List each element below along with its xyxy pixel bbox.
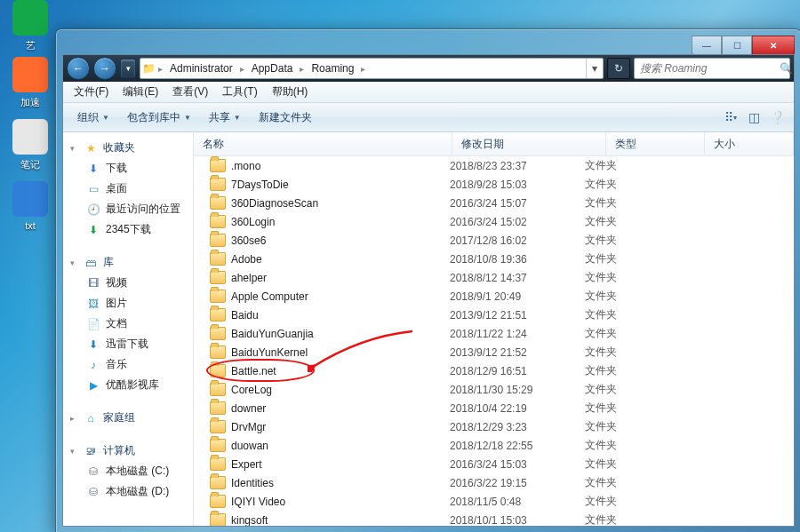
folder-icon (210, 327, 226, 340)
close-button[interactable]: ✕ (752, 36, 795, 55)
sidebar-item[interactable]: ⬇下载 (63, 158, 193, 179)
column-headers: 名称 修改日期 类型 大小 (194, 132, 794, 156)
table-row[interactable]: BaiduYunGuanjia2018/11/22 1:24文件夹 (194, 324, 794, 343)
column-name[interactable]: 名称 (194, 132, 452, 155)
sidebar-item-label: 2345下载 (106, 222, 151, 237)
breadcrumb-item[interactable]: Roaming (306, 59, 359, 78)
menu-view[interactable]: 查看(V) (167, 83, 213, 101)
folder-icon (210, 308, 226, 322)
chevron-right-icon: ▸ (238, 64, 246, 74)
sidebar-item[interactable]: ♪音乐 (63, 354, 193, 375)
file-name: DrvMgr (231, 421, 266, 433)
folder-icon (210, 196, 226, 210)
table-row[interactable]: Expert2016/3/24 15:03文件夹 (194, 455, 794, 473)
history-dropdown[interactable]: ▾ (120, 59, 136, 78)
search-box[interactable]: 🔍 (634, 58, 790, 79)
forward-button[interactable]: → (93, 57, 116, 80)
table-row[interactable]: Baidu2013/9/12 21:51文件夹 (194, 306, 794, 324)
preview-pane-button[interactable]: ◫ (744, 107, 764, 127)
menu-help[interactable]: 帮助(H) (267, 83, 314, 101)
menu-tools[interactable]: 工具(T) (217, 83, 262, 101)
desktop-icon[interactable]: 加速 (4, 57, 57, 109)
pic-icon: 🖼 (86, 297, 100, 311)
sidebar-homegroup[interactable]: ▸⌂家庭组 (63, 408, 193, 428)
sidebar-item[interactable]: ⬇2345下载 (63, 219, 193, 240)
share-button[interactable]: 共享▼ (202, 107, 248, 129)
table-row[interactable]: downer2018/10/4 22:19文件夹 (194, 399, 794, 417)
table-row[interactable]: Identities2016/3/22 19:15文件夹 (194, 473, 794, 492)
file-date: 2018/9/28 15:03 (450, 179, 585, 191)
table-row[interactable]: 360se62017/12/8 16:02文件夹 (194, 231, 794, 250)
search-input[interactable] (635, 62, 780, 75)
address-dropdown[interactable]: ▾ (586, 59, 603, 78)
organize-button[interactable]: 组织▼ (70, 107, 116, 129)
file-type: 文件夹 (585, 251, 665, 266)
file-date: 2018/12/18 22:55 (450, 440, 585, 452)
sidebar-item-label: 视频 (106, 275, 127, 290)
sidebar-item[interactable]: ⛁本地磁盘 (D:) (63, 481, 193, 502)
table-row[interactable]: IQIYI Video2018/11/5 0:48文件夹 (194, 492, 794, 511)
sidebar-item[interactable]: ⛁本地磁盘 (C:) (63, 461, 193, 481)
breadcrumb-item[interactable]: Administrator (164, 59, 238, 78)
file-type: 文件夹 (585, 177, 665, 192)
sidebar-item[interactable]: ▭桌面 (63, 179, 193, 199)
desktop-icon[interactable]: 笔记 (4, 119, 57, 171)
table-row[interactable]: ahelper2018/8/12 14:37文件夹 (194, 268, 794, 287)
table-row[interactable]: CoreLog2018/11/30 15:29文件夹 (194, 380, 794, 399)
sidebar-computer[interactable]: ▾🖳计算机 (63, 441, 193, 461)
table-row[interactable]: DrvMgr2018/12/29 3:23文件夹 (194, 417, 794, 436)
sidebar-item[interactable]: 📄文档 (63, 314, 193, 334)
disk-icon: ⛁ (86, 485, 100, 499)
file-type: 文件夹 (585, 457, 665, 472)
back-button[interactable]: ← (67, 57, 90, 80)
column-type[interactable]: 类型 (606, 132, 705, 155)
file-date: 2018/12/29 3:23 (450, 421, 585, 433)
file-name: duowan (231, 440, 268, 452)
sidebar-item[interactable]: 🎞视频 (63, 273, 193, 293)
file-list: .mono2018/8/23 23:37文件夹7DaysToDie2018/9/… (194, 156, 794, 526)
sidebar-libraries[interactable]: ▾🗃库 (63, 252, 193, 273)
search-icon[interactable]: 🔍 (780, 62, 793, 75)
table-row[interactable]: Battle.net2018/12/9 16:51文件夹 (194, 361, 794, 380)
sidebar-favorites[interactable]: ▾★收藏夹 (63, 138, 193, 158)
table-row[interactable]: Adobe2018/10/8 19:36文件夹 (194, 250, 794, 268)
menu-edit[interactable]: 编辑(E) (117, 83, 164, 101)
refresh-button[interactable]: ↻ (607, 58, 630, 79)
menu-file[interactable]: 文件(F) (68, 83, 114, 101)
table-row[interactable]: .mono2018/8/23 23:37文件夹 (194, 156, 794, 175)
sidebar-item[interactable]: 🕘最近访问的位置 (63, 199, 193, 219)
table-row[interactable]: 360Login2016/3/24 15:02文件夹 (194, 212, 794, 231)
column-date[interactable]: 修改日期 (452, 132, 606, 155)
new-folder-button[interactable]: 新建文件夹 (252, 107, 319, 129)
table-row[interactable]: BaiduYunKernel2013/9/12 21:52文件夹 (194, 343, 794, 361)
chevron-right-icon: ▸ (359, 64, 367, 74)
table-row[interactable]: Apple Computer2018/9/1 20:49文件夹 (194, 287, 794, 306)
minimize-button[interactable]: — (692, 36, 722, 55)
help-button[interactable]: ❔ (767, 107, 787, 127)
menubar: 文件(F) 编辑(E) 查看(V) 工具(T) 帮助(H) (63, 82, 794, 103)
file-name: Baidu (231, 309, 259, 322)
view-options-button[interactable]: ⠿▾ (721, 107, 740, 127)
include-in-library-button[interactable]: 包含到库中▼ (120, 107, 198, 129)
sidebar-item[interactable]: ▶优酷影视库 (63, 375, 193, 395)
desktop-icon[interactable]: 艺 (4, 0, 57, 52)
table-row[interactable]: 7DaysToDie2018/9/28 15:03文件夹 (194, 175, 794, 194)
table-row[interactable]: kingsoft2018/10/1 15:03文件夹 (194, 511, 794, 526)
file-type: 文件夹 (585, 363, 665, 378)
folder-icon (210, 215, 226, 228)
desktop-icon[interactable]: txt (4, 181, 57, 231)
sidebar-item[interactable]: 🖼图片 (63, 293, 193, 314)
sidebar-item[interactable]: ⬇迅雷下载 (63, 334, 193, 354)
file-name: 360Login (231, 216, 275, 228)
maximize-button[interactable]: ☐ (722, 36, 752, 55)
folder-icon: 📁 (140, 62, 156, 75)
column-size[interactable]: 大小 (705, 132, 794, 155)
breadcrumb-bar[interactable]: 📁 ▸ Administrator ▸ AppData ▸ Roaming ▸ … (140, 58, 604, 79)
file-type: 文件夹 (585, 270, 665, 285)
file-name: Apple Computer (231, 290, 308, 303)
disk-icon: ⛁ (86, 465, 100, 479)
table-row[interactable]: 360DiagnoseScan2016/3/24 15:07文件夹 (194, 194, 794, 212)
table-row[interactable]: duowan2018/12/18 22:55文件夹 (194, 436, 794, 455)
file-type: 文件夹 (585, 438, 665, 453)
breadcrumb-item[interactable]: AppData (246, 59, 299, 78)
